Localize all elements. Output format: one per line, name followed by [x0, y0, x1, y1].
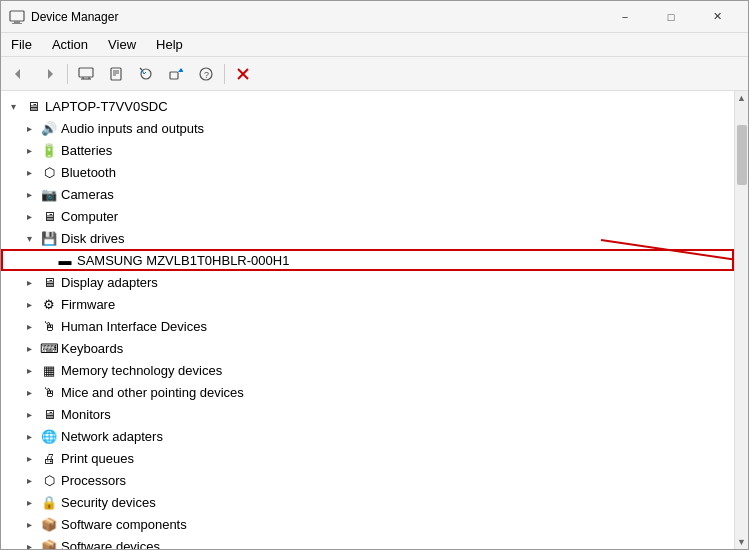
computer-button[interactable]	[72, 61, 100, 87]
expand-print[interactable]: ▸	[21, 450, 37, 466]
content-area: ▾ LAPTOP-T7VV0SDC ▸🔊Audio inputs and out…	[1, 91, 748, 549]
camera-icon: 📷	[40, 185, 58, 203]
svg-rect-9	[111, 68, 121, 80]
label-samsung: SAMSUNG MZVLB1T0HBLR-000H1	[77, 253, 289, 268]
expand-memory[interactable]: ▸	[21, 362, 37, 378]
forward-button[interactable]	[35, 61, 63, 87]
tree-item-network[interactable]: ▸🌐Network adapters	[1, 425, 734, 447]
expand-mice[interactable]: ▸	[21, 384, 37, 400]
tree-item-audio[interactable]: ▸🔊Audio inputs and outputs	[1, 117, 734, 139]
tree-item-memory[interactable]: ▸▦Memory technology devices	[1, 359, 734, 381]
tree-item-security[interactable]: ▸🔒Security devices	[1, 491, 734, 513]
tree-item-computer[interactable]: ▸🖥Computer	[1, 205, 734, 227]
expand-bluetooth[interactable]: ▸	[21, 164, 37, 180]
toolbar-sep-2	[224, 64, 225, 84]
tree-item-mice[interactable]: ▸🖱Mice and other pointing devices	[1, 381, 734, 403]
device-manager-window: Device Manager − □ ✕ File Action View He…	[0, 0, 749, 550]
menu-bar: File Action View Help	[1, 33, 748, 57]
tree-item-processors[interactable]: ▸⬡Processors	[1, 469, 734, 491]
tree-root[interactable]: ▾ LAPTOP-T7VV0SDC	[1, 95, 734, 117]
tree-item-samsung[interactable]: ▬SAMSUNG MZVLB1T0HBLR-000H1	[1, 249, 734, 271]
expand-disk-drives[interactable]: ▾	[21, 230, 37, 246]
scroll-thumb[interactable]	[737, 125, 747, 185]
drive-icon: ▬	[56, 251, 74, 269]
label-monitors: Monitors	[61, 407, 111, 422]
scan-button[interactable]	[132, 61, 160, 87]
expand-processors[interactable]: ▸	[21, 472, 37, 488]
label-sw-devices: Software devices	[61, 539, 160, 550]
memory-icon: ▦	[40, 361, 58, 379]
menu-action[interactable]: Action	[42, 33, 98, 56]
label-processors: Processors	[61, 473, 126, 488]
expand-cameras[interactable]: ▸	[21, 186, 37, 202]
computer-icon	[24, 97, 42, 115]
window-controls: − □ ✕	[602, 1, 740, 33]
label-cameras: Cameras	[61, 187, 114, 202]
tree-item-bluetooth[interactable]: ▸⬡Bluetooth	[1, 161, 734, 183]
root-expand[interactable]: ▾	[5, 98, 21, 114]
label-keyboards: Keyboards	[61, 341, 123, 356]
expand-samsung[interactable]	[37, 252, 53, 268]
back-button[interactable]	[5, 61, 33, 87]
title-bar: Device Manager − □ ✕	[1, 1, 748, 33]
tree-item-print[interactable]: ▸🖨Print queues	[1, 447, 734, 469]
security-icon: 🔒	[40, 493, 58, 511]
app-icon	[9, 9, 25, 25]
minimize-button[interactable]: −	[602, 1, 648, 33]
close-button[interactable]: ✕	[694, 1, 740, 33]
expand-monitors[interactable]: ▸	[21, 406, 37, 422]
bluetooth-icon: ⬡	[40, 163, 58, 181]
update-button[interactable]	[162, 61, 190, 87]
expand-display[interactable]: ▸	[21, 274, 37, 290]
label-sw-components: Software components	[61, 517, 187, 532]
network-icon: 🌐	[40, 427, 58, 445]
label-memory: Memory technology devices	[61, 363, 222, 378]
scrollbar-vertical[interactable]: ▲ ▼	[734, 91, 748, 549]
label-print: Print queues	[61, 451, 134, 466]
tree-item-sw-components[interactable]: ▸📦Software components	[1, 513, 734, 535]
tree-item-display[interactable]: ▸🖥Display adapters	[1, 271, 734, 293]
fw-icon: ⚙	[40, 295, 58, 313]
svg-rect-1	[14, 21, 20, 23]
label-bluetooth: Bluetooth	[61, 165, 116, 180]
expand-computer[interactable]: ▸	[21, 208, 37, 224]
expand-network[interactable]: ▸	[21, 428, 37, 444]
expand-sw-components[interactable]: ▸	[21, 516, 37, 532]
expand-batteries[interactable]: ▸	[21, 142, 37, 158]
label-disk-drives: Disk drives	[61, 231, 125, 246]
disk-icon: 💾	[40, 229, 58, 247]
mice-icon: 🖱	[40, 383, 58, 401]
tree-item-sw-devices[interactable]: ▸📦Software devices	[1, 535, 734, 549]
svg-marker-15	[178, 68, 183, 72]
tree-panel[interactable]: ▾ LAPTOP-T7VV0SDC ▸🔊Audio inputs and out…	[1, 91, 734, 549]
tree-item-keyboards[interactable]: ▸⌨Keyboards	[1, 337, 734, 359]
software-icon: 📦	[40, 537, 58, 549]
tree-item-cameras[interactable]: ▸📷Cameras	[1, 183, 734, 205]
tree-item-disk-drives[interactable]: ▾💾Disk drives	[1, 227, 734, 249]
svg-rect-0	[10, 11, 24, 21]
expand-audio[interactable]: ▸	[21, 120, 37, 136]
menu-help[interactable]: Help	[146, 33, 193, 56]
tree-item-firmware[interactable]: ▸⚙Firmware	[1, 293, 734, 315]
window-title: Device Manager	[31, 10, 602, 24]
label-audio: Audio inputs and outputs	[61, 121, 204, 136]
software-icon: 📦	[40, 515, 58, 533]
expand-keyboards[interactable]: ▸	[21, 340, 37, 356]
help-button[interactable]: ?	[192, 61, 220, 87]
properties-button[interactable]	[102, 61, 130, 87]
maximize-button[interactable]: □	[648, 1, 694, 33]
expand-sw-devices[interactable]: ▸	[21, 538, 37, 549]
tree-item-batteries[interactable]: ▸🔋Batteries	[1, 139, 734, 161]
svg-rect-5	[79, 68, 93, 77]
expand-security[interactable]: ▸	[21, 494, 37, 510]
expand-hid[interactable]: ▸	[21, 318, 37, 334]
tree-item-monitors[interactable]: ▸🖥Monitors	[1, 403, 734, 425]
expand-firmware[interactable]: ▸	[21, 296, 37, 312]
svg-rect-14	[170, 72, 178, 79]
label-hid: Human Interface Devices	[61, 319, 207, 334]
menu-file[interactable]: File	[1, 33, 42, 56]
menu-view[interactable]: View	[98, 33, 146, 56]
tree-item-hid[interactable]: ▸🖱Human Interface Devices	[1, 315, 734, 337]
delete-button[interactable]	[229, 61, 257, 87]
svg-marker-4	[48, 69, 53, 79]
